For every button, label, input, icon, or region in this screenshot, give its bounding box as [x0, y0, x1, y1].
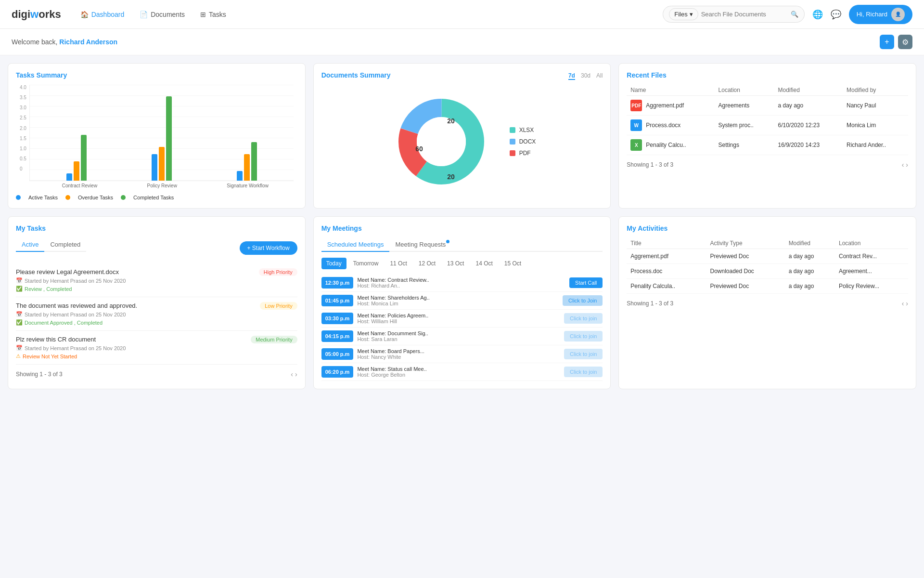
date-tab[interactable]: 11 Oct: [385, 258, 411, 269]
calendar-icon: 📅: [16, 311, 23, 317]
tasks-prev-button[interactable]: ‹: [291, 370, 293, 378]
act-type: Downloaded Doc: [706, 264, 784, 279]
home-icon: 🏠: [80, 11, 89, 18]
tab-completed[interactable]: Completed: [44, 238, 86, 252]
start-call-button[interactable]: Start Call: [569, 277, 603, 288]
meeting-host: Host: Richard An..: [357, 283, 565, 289]
date-tab[interactable]: 12 Oct: [414, 258, 440, 269]
search-input[interactable]: [701, 11, 788, 18]
click-to-join-button[interactable]: Click to join: [564, 349, 603, 359]
table-row: Process.doc Downloaded Doc a day ago Agr…: [627, 264, 908, 279]
recent-files-pagination: Showing 1 - 3 of 3 ‹ ›: [627, 161, 908, 169]
task-title: Please review Legal Agreement.docx: [16, 268, 126, 276]
navbar: digiworks 🏠 Dashboard 📄 Documents ⊞ Task…: [0, 0, 924, 29]
act-location: Agreement...: [835, 264, 908, 279]
date-tab[interactable]: 14 Oct: [471, 258, 497, 269]
table-row: W Process.docx System proc.. 6/10/2020 1…: [627, 116, 908, 135]
meetings-tabs: Scheduled Meetings Meeting Requests: [321, 238, 603, 252]
click-to-join-button[interactable]: Click to join: [564, 367, 603, 377]
logo: digiworks: [12, 8, 61, 21]
files-dropdown[interactable]: Files ▾: [669, 8, 698, 20]
file-icon: X: [630, 139, 642, 151]
file-location: Settings: [715, 135, 774, 155]
list-item: Plz review this CR document 📅 Started by…: [16, 331, 297, 365]
tab-all[interactable]: All: [596, 72, 603, 80]
my-meetings-title: My Meetings: [321, 224, 603, 232]
user-greeting-button[interactable]: Hi, Richard 👤: [849, 5, 912, 24]
act-modified: a day ago: [785, 264, 835, 279]
act-next-button[interactable]: ›: [906, 300, 908, 307]
nav-dashboard[interactable]: 🏠 Dashboard: [80, 11, 125, 18]
act-title: Process.doc: [627, 264, 706, 279]
legend-docx: DOCX: [510, 138, 536, 145]
bar-group-contract: [39, 135, 113, 181]
tab-30d[interactable]: 30d: [581, 72, 590, 80]
meeting-name: Meet Name: Status call Mee..: [357, 366, 560, 372]
act-location: Contract Rev...: [835, 249, 908, 264]
legend-xlsx-color: [510, 127, 515, 133]
click-to-join-button[interactable]: Click to join: [564, 331, 603, 342]
bar-overdue-sig: [244, 154, 250, 181]
legend-pdf-label: PDF: [519, 150, 531, 157]
legend-dot-overdue: [65, 195, 70, 200]
file-name: Process.docx: [646, 122, 680, 129]
act-prev-button[interactable]: ‹: [902, 300, 904, 307]
prev-page-button[interactable]: ‹: [902, 161, 904, 169]
date-tabs: TodayTomorrow11 Oct12 Oct13 Oct14 Oct15 …: [321, 258, 603, 269]
date-tab[interactable]: Today: [321, 258, 346, 269]
tasks-next-button[interactable]: ›: [295, 370, 297, 378]
task-meta: 📅 Started by Hemant Prasad on 25 Nov 202…: [16, 311, 137, 317]
recent-files-title: Recent Files: [627, 71, 908, 79]
date-tab[interactable]: 13 Oct: [442, 258, 469, 269]
file-name: Aggrement.pdf: [646, 102, 684, 109]
task-status: ⚠ Review Not Yet Started: [16, 353, 126, 359]
tab-requests[interactable]: Meeting Requests: [389, 238, 451, 252]
click-to-join-button[interactable]: Click to join: [564, 313, 603, 324]
bar-group-policy: [125, 96, 198, 181]
welcome-text: Welcome back, Richard Anderson: [12, 38, 117, 46]
col-location: Location: [715, 85, 774, 96]
messages-button[interactable]: 💬: [831, 9, 841, 20]
badge-dot: [446, 240, 449, 243]
meeting-host: Host: Monica Lim: [357, 301, 559, 306]
bar-active-sig: [237, 171, 243, 181]
x-label-sig: Signature Workflow: [227, 183, 269, 188]
act-title: Aggrement.pdf: [627, 249, 706, 264]
date-tab[interactable]: 15 Oct: [500, 258, 526, 269]
tab-active[interactable]: Active: [16, 238, 44, 252]
list-item: 01:45 p.m Meet Name: Shareholders Ag.. H…: [321, 292, 603, 310]
task-status: ✅ Review , Completed: [16, 286, 126, 292]
tab-scheduled[interactable]: Scheduled Meetings: [321, 238, 390, 252]
list-item: 04:15 p.m Meet Name: Documment Sig.. Hos…: [321, 328, 603, 345]
meeting-name: Meet Name: Shareholders Ag..: [357, 295, 559, 301]
tab-7d[interactable]: 7d: [568, 72, 575, 80]
table-row: Aggrement.pdf Previewed Doc a day ago Co…: [627, 249, 908, 264]
calendar-icon: 📅: [16, 345, 23, 351]
bar-completed-sig: [251, 142, 257, 181]
legend-docx-label: DOCX: [519, 138, 536, 145]
file-icon: W: [630, 119, 642, 131]
meeting-name: Meet Name: Board Papers...: [357, 348, 560, 354]
activities-pagination: Showing 1 - 3 of 3 ‹ ›: [627, 300, 908, 307]
next-page-button[interactable]: ›: [906, 161, 908, 169]
nav-tasks[interactable]: ⊞ Tasks: [200, 11, 226, 18]
start-workflow-button[interactable]: + Start Workflow: [240, 241, 297, 255]
add-button[interactable]: +: [880, 35, 894, 49]
activities-pg-buttons: ‹ ›: [902, 300, 908, 307]
meeting-time: 06:20 p.m: [321, 366, 354, 378]
act-modified: a day ago: [785, 249, 835, 264]
search-bar: Files ▾ 🔍: [663, 6, 804, 23]
meeting-name: Meet Name: Contract Review..: [357, 277, 565, 283]
language-button[interactable]: 🌐: [812, 9, 823, 20]
bar-overdue-contract: [74, 161, 79, 181]
my-activities-card: My Activities Title Activity Type Modifi…: [618, 216, 916, 389]
file-icon: PDF: [630, 100, 642, 111]
meeting-host: Host: Sara Laran: [357, 336, 560, 342]
date-tab[interactable]: Tomorrow: [348, 258, 384, 269]
meeting-name: Meet Name: Policies Agreem..: [357, 313, 560, 318]
settings-button[interactable]: ⚙: [898, 35, 912, 49]
avatar: 👤: [891, 8, 905, 21]
click-to-join-button[interactable]: Click to Join: [563, 295, 603, 306]
task-status: ✅ Document Approved , Completed: [16, 319, 137, 326]
nav-documents[interactable]: 📄 Documents: [140, 11, 185, 18]
